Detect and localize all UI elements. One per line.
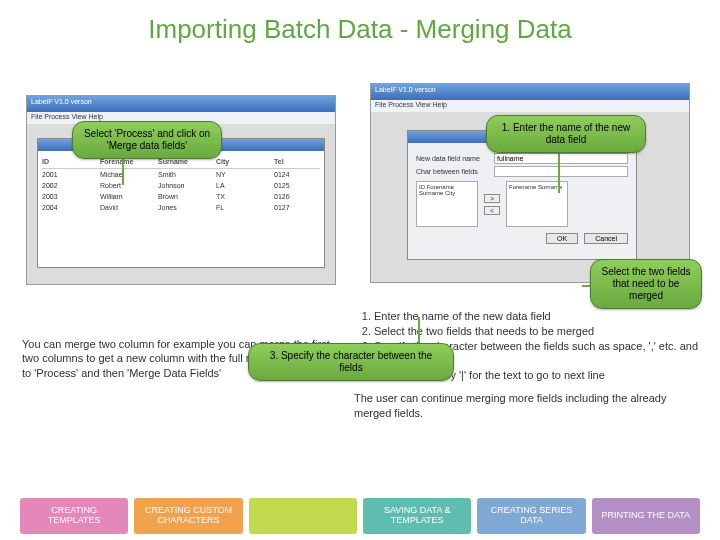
footer-tabs: CREATING TEMPLATES CREATING CUSTOM CHARA…	[0, 498, 720, 534]
note-text: The user can continue merging more field…	[354, 391, 698, 421]
move-right-icon[interactable]: >	[484, 194, 500, 203]
table-row: 2002RobertJohnsonLA0125	[42, 180, 320, 191]
tab-printing[interactable]: PRINTING THE DATA	[592, 498, 700, 534]
step-2: Select the two fields that needs to be m…	[374, 324, 698, 339]
window-titlebar: LabelF V1.0 verson	[371, 84, 689, 100]
separator-input[interactable]	[494, 166, 628, 177]
callout-select-process: Select 'Process' and click on 'Merge dat…	[72, 121, 222, 159]
menu-bar: File Process View Help	[371, 100, 689, 112]
move-left-icon[interactable]: <	[484, 206, 500, 215]
new-field-label: New data field name	[416, 155, 488, 162]
step-1: Enter the name of the new data field	[374, 309, 698, 324]
tab-saving-data[interactable]: SAVING DATA & TEMPLATES	[363, 498, 471, 534]
new-field-input[interactable]	[494, 153, 628, 164]
callout-enter-name: 1. Enter the name of the new data field	[486, 115, 646, 153]
merge-form: New data field name Char between fields …	[408, 143, 636, 252]
screenshot-area: LabelF V1.0 verson File Process View Hel…	[0, 53, 720, 303]
table-row: 2001MichaelSmithNY0124	[42, 169, 320, 180]
col: Tel	[274, 157, 318, 166]
callout-pointer	[418, 317, 420, 345]
page-title: Importing Batch Data - Merging Data	[0, 0, 720, 53]
right-screenshot: LabelF V1.0 verson File Process View Hel…	[370, 83, 690, 283]
separator-label: Char between fields	[416, 168, 488, 175]
callout-select-fields: Select the two fields that need to be me…	[590, 259, 702, 309]
table-row: 2003WilliamBrownTX0126	[42, 191, 320, 202]
ok-button[interactable]: OK	[546, 233, 578, 244]
tab-creating-templates[interactable]: CREATING TEMPLATES	[20, 498, 128, 534]
callout-specify-char: 3. Specify the character between the fie…	[248, 343, 454, 381]
window-titlebar: LabelF V1.0 verson	[27, 96, 335, 112]
tab-custom-characters[interactable]: CREATING CUSTOM CHARACTERS	[134, 498, 242, 534]
data-table: ID Forename Surname City Tel 2001Michael…	[38, 151, 324, 217]
col: City	[216, 157, 260, 166]
tab-empty[interactable]	[249, 498, 357, 534]
cancel-button[interactable]: Cancel	[584, 233, 628, 244]
available-listbox[interactable]: ID Forename Surname City	[416, 181, 478, 227]
tab-series-data[interactable]: CREATING SERIES DATA	[477, 498, 585, 534]
table-row: 2004DavidJonesFL0127	[42, 202, 320, 213]
